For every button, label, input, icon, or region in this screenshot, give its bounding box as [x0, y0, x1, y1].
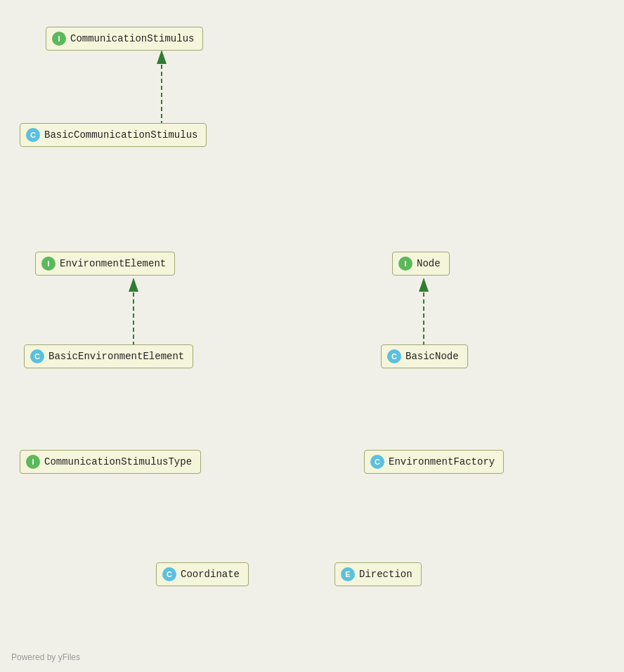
node-label: EnvironmentFactory — [389, 456, 495, 467]
node-communication-stimulus-type[interactable]: I CommunicationStimulusType — [20, 450, 201, 474]
interface-icon: I — [41, 257, 56, 271]
node-basic-communication-stimulus[interactable]: C BasicCommunicationStimulus — [20, 123, 207, 147]
diagram-container: I CommunicationStimulus C BasicCommunica… — [0, 0, 624, 672]
node-label: Direction — [359, 569, 412, 580]
node-label: EnvironmentElement — [60, 258, 166, 269]
node-label: BasicCommunicationStimulus — [44, 129, 197, 141]
class-icon: C — [30, 349, 44, 363]
node-communication-stimulus[interactable]: I CommunicationStimulus — [46, 27, 203, 51]
node-environment-element[interactable]: I EnvironmentElement — [35, 252, 175, 276]
class-icon: C — [370, 455, 384, 469]
interface-icon: I — [52, 32, 66, 46]
class-icon: C — [26, 128, 40, 142]
node-coordinate[interactable]: C Coordinate — [156, 562, 249, 586]
node-basic-environment-element[interactable]: C BasicEnvironmentElement — [24, 344, 193, 368]
node-environment-factory[interactable]: C EnvironmentFactory — [364, 450, 504, 474]
node-basic-node[interactable]: C BasicNode — [381, 344, 468, 368]
interface-icon: I — [26, 455, 40, 469]
class-icon: C — [387, 349, 401, 363]
node-label: BasicNode — [405, 351, 459, 362]
interface-icon: I — [398, 257, 412, 271]
node-node[interactable]: I Node — [392, 252, 450, 276]
node-label: Coordinate — [181, 569, 240, 580]
arrows-svg — [0, 0, 624, 672]
node-label: CommunicationStimulusType — [44, 456, 192, 467]
node-label: CommunicationStimulus — [70, 33, 194, 44]
node-label: Node — [417, 258, 441, 269]
powered-by-text: Powered by yFiles — [11, 652, 80, 662]
enum-icon: E — [341, 567, 355, 581]
class-icon: C — [162, 567, 176, 581]
node-label: BasicEnvironmentElement — [48, 351, 184, 362]
node-direction[interactable]: E Direction — [334, 562, 422, 586]
powered-by-label: Powered by yFiles — [11, 652, 80, 662]
